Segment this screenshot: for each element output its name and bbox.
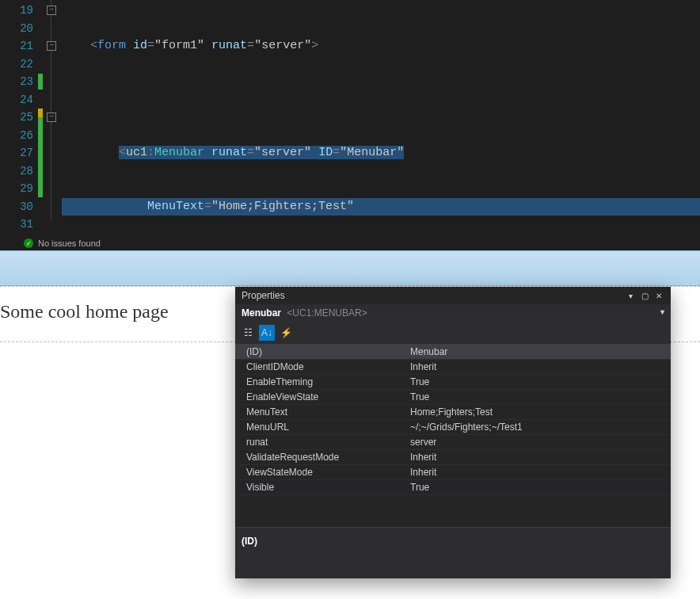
properties-toolbar: ☷ A↓ ⚡: [235, 322, 671, 345]
code-editor[interactable]: 19 20 21 22 23 24 25 26 27 28 29 30 31 −…: [0, 0, 700, 236]
property-value[interactable]: True: [405, 480, 671, 494]
object-name: Menubar: [242, 307, 281, 319]
line-number: 23: [0, 73, 33, 91]
properties-grid[interactable]: (ID)Menubar ClientIDModeInherit EnableTh…: [235, 345, 671, 527]
property-name: MenuText: [235, 405, 405, 419]
line-number: 28: [0, 162, 33, 181]
pin-icon[interactable]: ▢: [639, 290, 650, 301]
property-row[interactable]: MenuURL~/;~/Grids/Fighters;~/Test1: [235, 420, 671, 435]
property-row[interactable]: ClientIDModeInherit: [235, 360, 671, 375]
alphabetical-icon[interactable]: A↓: [259, 325, 275, 341]
property-name: EnableViewState: [235, 390, 405, 404]
property-row[interactable]: ValidateRequestModeInherit: [235, 450, 671, 465]
property-name: (ID): [235, 345, 405, 359]
categorized-icon[interactable]: ☷: [240, 325, 256, 341]
check-icon: ✓: [24, 238, 33, 248]
modified-marker: [38, 117, 43, 197]
description-label: (ID): [242, 536, 664, 547]
property-value[interactable]: server: [405, 435, 671, 449]
property-name: runat: [235, 435, 405, 449]
line-number: 24: [0, 91, 33, 109]
line-number: 26: [0, 127, 33, 145]
line-number: 27: [0, 144, 33, 162]
line-number: 25: [0, 109, 33, 127]
object-selector[interactable]: Menubar <UC1:MENUBAR> ▾: [235, 304, 671, 322]
line-number: 19: [0, 2, 33, 20]
line-number: 29: [0, 180, 33, 198]
properties-window[interactable]: Properties ▾ ▢ ✕ Menubar <UC1:MENUBAR> ▾…: [235, 287, 671, 578]
window-title: Properties: [242, 290, 285, 301]
property-description: (ID): [235, 527, 671, 578]
property-row[interactable]: (ID)Menubar: [235, 345, 671, 360]
property-name: ClientIDMode: [235, 360, 405, 374]
close-icon[interactable]: ✕: [653, 290, 664, 301]
property-name: EnableTheming: [235, 375, 405, 389]
design-view[interactable]: Some cool home page Properties ▾ ▢ ✕ Men…: [0, 286, 700, 599]
property-row[interactable]: EnableThemingTrue: [235, 375, 671, 390]
chevron-down-icon[interactable]: ▾: [660, 307, 664, 316]
property-value[interactable]: Inherit: [405, 465, 671, 479]
code-area[interactable]: <form id="form1" runat="server"> <uc1:Me…: [62, 0, 700, 236]
fold-toggle[interactable]: −: [47, 6, 56, 15]
dropdown-icon[interactable]: ▾: [625, 290, 636, 301]
change-margin: [38, 0, 44, 236]
property-value[interactable]: Home;Fighters;Test: [405, 405, 671, 419]
line-number: 22: [0, 55, 33, 74]
fold-toggle[interactable]: −: [47, 113, 56, 122]
modified-marker: [38, 74, 43, 90]
property-row[interactable]: ViewStateModeInherit: [235, 465, 671, 480]
designer-toolbar-band: [0, 250, 700, 286]
line-number: 30: [0, 198, 33, 216]
property-value[interactable]: Inherit: [405, 450, 671, 464]
editor-statusbar: ✓ No issues found: [0, 236, 700, 250]
property-name: MenuURL: [235, 420, 405, 434]
fold-column: − − −: [44, 0, 62, 236]
property-row[interactable]: EnableViewStateTrue: [235, 390, 671, 405]
property-value[interactable]: True: [405, 375, 671, 389]
property-name: Visible: [235, 480, 405, 494]
line-number: 20: [0, 20, 33, 38]
property-row[interactable]: runatserver: [235, 435, 671, 450]
events-icon[interactable]: ⚡: [278, 325, 294, 341]
property-value[interactable]: ~/;~/Grids/Fighters;~/Test1: [405, 420, 671, 434]
property-row[interactable]: VisibleTrue: [235, 480, 671, 495]
line-number: 21: [0, 37, 33, 55]
properties-titlebar[interactable]: Properties ▾ ▢ ✕: [235, 287, 671, 304]
object-type: <UC1:MENUBAR>: [287, 307, 367, 319]
unsaved-marker: [38, 109, 43, 117]
line-number-gutter: 19 20 21 22 23 24 25 26 27 28 29 30 31: [0, 0, 38, 236]
property-value[interactable]: Menubar: [405, 345, 671, 359]
property-value[interactable]: Inherit: [405, 360, 671, 374]
property-row[interactable]: MenuTextHome;Fighters;Test: [235, 405, 671, 420]
line-number: 31: [0, 216, 33, 234]
property-value[interactable]: True: [405, 390, 671, 404]
issues-text: No issues found: [38, 238, 101, 248]
property-name: ValidateRequestMode: [235, 450, 405, 464]
property-name: ViewStateMode: [235, 465, 405, 479]
fold-toggle[interactable]: −: [47, 41, 56, 51]
